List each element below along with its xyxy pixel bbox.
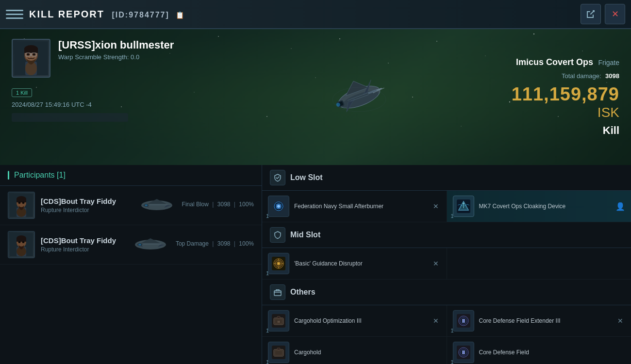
stat-type-label: Top Damage [176, 240, 209, 247]
pilot-details: [URSS]xion bullmester Warp Scramble Stre… [58, 39, 231, 61]
svg-point-76 [138, 244, 141, 246]
equipment-panel: Low Slot 1 Federation Navy Small After [262, 165, 631, 364]
bottom-section: Participants [1] [CDS]Bout Tray Fiddy [0, 165, 631, 364]
header-actions: ✕ [581, 4, 625, 24]
participant-stats: Top Damage | 3098 | 100% [176, 240, 254, 249]
participant-avatar-image [10, 194, 33, 217]
kill-stats: Imicus Covert Ops Frigate Total damage: … [476, 29, 631, 165]
cargohold2-icon [272, 346, 285, 359]
ship-svg [311, 53, 408, 141]
svg-point-70 [22, 241, 25, 243]
item-name: Core Defense Field [479, 348, 626, 357]
core-defense2-icon [457, 346, 470, 359]
item-qty: 1 [451, 213, 454, 219]
svg-rect-112 [275, 350, 282, 355]
title-text: KILL REPORT [29, 9, 104, 19]
mid-slot-header: Mid Slot [262, 222, 631, 248]
svg-point-55 [22, 202, 25, 204]
stat-type: Final Blow | 3098 | 100% [182, 201, 254, 208]
participant-info: [CDS]Bout Tray Fiddy Rupture Interdictor [41, 236, 125, 253]
ship-thumbnail [131, 232, 170, 257]
item-cell[interactable]: 1 MK7 Covert Ops Cloaking Device [447, 191, 631, 222]
item-cell[interactable]: 1 Federation Navy Small Afterburner ✕ [262, 191, 447, 222]
afterburner-icon [272, 199, 285, 213]
mid-slot-icon [270, 227, 285, 243]
pilot-info: [URSS]xion bullmester Warp Scramble Stre… [0, 29, 243, 165]
low-slot-title: Low Slot [290, 173, 323, 182]
svg-rect-109 [464, 319, 465, 323]
copy-icon[interactable]: 📋 [176, 11, 185, 19]
others-items-row2: 1 Cargohold 1 [262, 337, 631, 364]
svg-rect-107 [462, 319, 463, 323]
item-qty: 1 [266, 270, 269, 276]
low-slot-items: 1 Federation Navy Small Afterburner ✕ 1 [262, 191, 631, 222]
box-icon [273, 288, 282, 297]
svg-rect-53 [17, 199, 26, 202]
participant-avatar-image [10, 233, 33, 256]
ship-image [306, 49, 413, 146]
item-icon [453, 196, 474, 217]
svg-text:III: III [277, 320, 280, 323]
item-name: Cargohold [294, 348, 441, 357]
item-remove-button[interactable]: ✕ [431, 315, 441, 327]
stat-percent: 100% [239, 240, 254, 247]
pilot-top: [URSS]xion bullmester Warp Scramble Stre… [12, 39, 231, 78]
participant-info: [CDS]Bout Tray Fiddy Rupture Interdictor [41, 197, 132, 214]
item-cell[interactable]: 1 Core Defense Field Extender III ✕ [447, 305, 631, 336]
item-cell-empty [447, 248, 631, 279]
item-cell[interactable]: 1 'Basic' Guidance Disruptor [262, 248, 447, 279]
item-name: 'Basic' Guidance Disruptor [294, 260, 426, 268]
svg-point-61 [145, 204, 148, 206]
item-remove-button[interactable]: ✕ [431, 200, 441, 212]
item-qty: 1 [266, 328, 269, 333]
isk-label: ISK [598, 105, 619, 120]
ship-class: Frigate [598, 59, 619, 66]
person-icon: 👤 [615, 202, 625, 211]
header: KILL REPORT [ID:9784777] 📋 ✕ [0, 0, 631, 29]
damage-line: Total damage: 3098 [487, 71, 619, 80]
core-defense-icon [457, 314, 470, 328]
svg-rect-118 [462, 350, 463, 354]
stat-percent: 100% [239, 201, 254, 208]
svg-point-29 [27, 53, 30, 56]
item-remove-button[interactable]: ✕ [431, 258, 441, 269]
close-button[interactable]: ✕ [605, 4, 625, 24]
share-button[interactable] [581, 4, 601, 24]
avatar-image [14, 41, 48, 75]
svg-point-69 [18, 241, 21, 243]
participant-avatar [8, 192, 35, 219]
ship-thumbnail [137, 193, 176, 217]
item-qty: 1 [451, 328, 454, 333]
item-icon [268, 342, 289, 363]
participant-name: [CDS]Bout Tray Fiddy [41, 236, 125, 245]
item-qty: 1 [451, 359, 454, 364]
menu-button[interactable] [6, 5, 23, 23]
item-remove-button[interactable]: ✕ [615, 315, 625, 327]
svg-point-30 [33, 53, 35, 56]
low-slot-header: Low Slot [262, 165, 631, 191]
participant-item[interactable]: [CDS]Bout Tray Fiddy Rupture Interdictor… [0, 186, 262, 225]
item-cell[interactable]: 1 Cargohold [262, 337, 447, 364]
svg-point-87 [463, 203, 464, 204]
shield-icon [273, 173, 282, 182]
header-title: KILL REPORT [ID:9784777] 📋 [29, 9, 581, 20]
kill-time: 2024/08/27 15:49:16 UTC -4 [12, 101, 231, 108]
svg-rect-68 [17, 238, 26, 242]
stat-damage: 3098 [217, 201, 231, 208]
others-icon [270, 284, 285, 300]
participant-item[interactable]: [CDS]Bout Tray Fiddy Rupture Interdictor… [0, 225, 262, 265]
warp-scramble-stat: Warp Scramble Strength: 0.0 [58, 53, 231, 61]
cloaking-icon [457, 199, 470, 213]
participant-ship-img [131, 232, 170, 257]
svg-rect-28 [24, 48, 38, 53]
kill-badge: 1 Kill [12, 88, 32, 97]
item-cell[interactable]: 1 III Cargohold Optimization III ✕ [262, 305, 447, 336]
low-slot-icon [270, 170, 285, 185]
others-items-row1: 1 III Cargohold Optimization III ✕ [262, 305, 631, 337]
participant-ship: Rupture Interdictor [41, 246, 125, 253]
avatar [12, 39, 50, 78]
item-cell[interactable]: 1 Core Defense Field [447, 337, 631, 364]
others-title: Others [290, 288, 316, 297]
svg-point-92 [278, 263, 280, 265]
participants-panel: Participants [1] [CDS]Bout Tray Fiddy [0, 165, 262, 364]
